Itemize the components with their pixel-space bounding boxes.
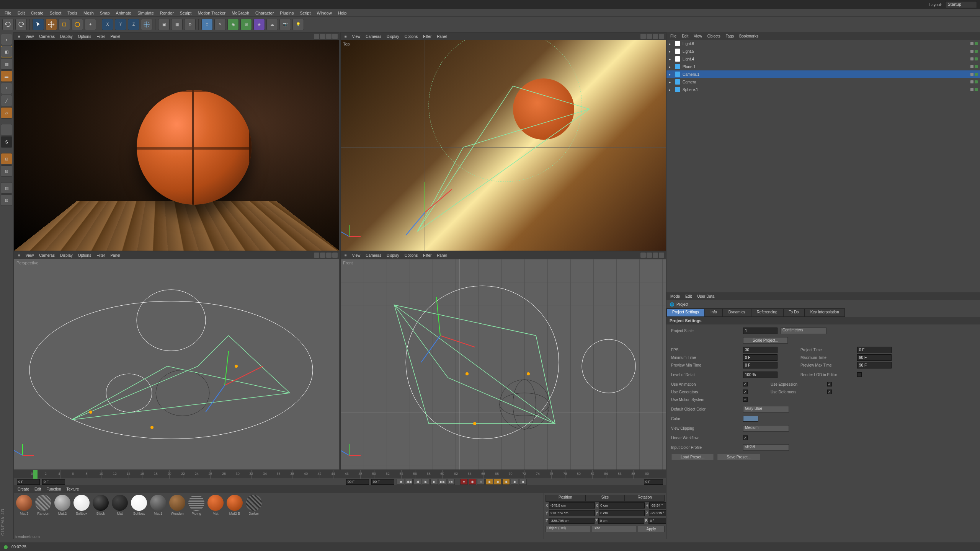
max-time-input[interactable]: [857, 354, 892, 361]
material-mat[interactable]: Mat: [111, 495, 129, 515]
vmenu-view[interactable]: View: [350, 34, 363, 39]
viewport-icon[interactable]: [653, 34, 658, 39]
vmenu-cameras[interactable]: Cameras: [37, 34, 57, 39]
viewport-icon[interactable]: [640, 34, 646, 39]
viewport-icon[interactable]: [332, 34, 338, 39]
viewport-grip-icon[interactable]: ≡: [16, 34, 23, 39]
next-key[interactable]: ▶▶: [439, 479, 446, 485]
material-randon[interactable]: Randon: [34, 495, 52, 515]
vmenu-display[interactable]: Display: [58, 34, 75, 39]
texture-mode[interactable]: ▦: [1, 58, 12, 70]
viewport-icon[interactable]: [640, 253, 646, 258]
viewport-icon[interactable]: [326, 253, 332, 258]
tab-project-settings[interactable]: Project Settings: [666, 308, 705, 317]
vmenu-panel[interactable]: Panel: [434, 253, 449, 258]
menu-edit[interactable]: Edit: [15, 10, 28, 16]
vmenu-options[interactable]: Options: [402, 34, 420, 39]
cube-primitive[interactable]: □: [201, 19, 213, 30]
snap-settings[interactable]: ⊟: [1, 165, 12, 177]
viewport-bl[interactable]: ≡ViewCamerasDisplayOptionsFilterPanel Pe…: [14, 251, 340, 470]
menu-animate[interactable]: Animate: [113, 10, 134, 16]
select-tool[interactable]: [33, 19, 44, 30]
move-tool[interactable]: [46, 19, 57, 30]
material-softbox[interactable]: Softbox: [73, 495, 90, 515]
vmenu-display[interactable]: Display: [384, 34, 402, 39]
viewport-icon[interactable]: [653, 253, 658, 258]
matmenu-function[interactable]: Function: [44, 486, 63, 492]
timeline-frame[interactable]: [644, 479, 663, 485]
coord-mode-1[interactable]: Object (Rel): [546, 526, 590, 532]
coord-apply[interactable]: Apply: [638, 526, 665, 532]
goto-end[interactable]: ⏭: [447, 479, 455, 485]
save-preset-btn[interactable]: Save Preset...: [717, 454, 760, 460]
attrmenu-edit[interactable]: Edit: [683, 293, 694, 299]
timeline-ruler[interactable]: 0246810121416182022242628303234363840424…: [14, 470, 666, 478]
material-mat2-b[interactable]: Mat2 B: [226, 495, 243, 515]
menu-help[interactable]: Help: [335, 10, 350, 16]
material-mat-2[interactable]: Mat.2: [54, 495, 71, 515]
load-preset-btn[interactable]: Load Preset...: [671, 454, 714, 460]
vmenu-filter[interactable]: Filter: [421, 34, 434, 39]
object-light-5[interactable]: ▸Light.5: [666, 47, 980, 55]
viewport-icon[interactable]: [326, 34, 332, 39]
menu-snap[interactable]: Snap: [97, 10, 113, 16]
min-time-input[interactable]: [743, 354, 777, 361]
undo-button[interactable]: [2, 19, 14, 30]
material-darker[interactable]: Darker: [245, 495, 263, 515]
menu-script[interactable]: Script: [297, 10, 314, 16]
vmenu-options[interactable]: Options: [402, 253, 420, 258]
object-camera-1[interactable]: ▸Camera.1: [666, 70, 980, 78]
keyframe-sel[interactable]: ◇: [477, 479, 485, 485]
clip-select[interactable]: Medium: [743, 425, 789, 432]
menu-simulate[interactable]: Simulate: [134, 10, 157, 16]
lin-wf-check[interactable]: [743, 435, 748, 440]
array-tool[interactable]: ⊞: [240, 19, 252, 30]
light-tool[interactable]: 💡: [292, 19, 304, 30]
viewport-icon[interactable]: [659, 253, 664, 258]
timeline-end[interactable]: [346, 479, 369, 485]
render-view-btn[interactable]: ▣: [158, 19, 170, 30]
fps-input[interactable]: [743, 347, 777, 353]
key-scale[interactable]: ◆: [494, 479, 501, 485]
vmenu-panel[interactable]: Panel: [108, 253, 122, 258]
render-settings-btn[interactable]: ⚙: [184, 19, 196, 30]
point-mode[interactable]: ⋮: [1, 83, 12, 94]
menu-mograph[interactable]: MoGraph: [229, 10, 252, 16]
viewport-icon[interactable]: [647, 34, 652, 39]
nurbs-tool[interactable]: ◉: [227, 19, 239, 30]
menu-render[interactable]: Render: [157, 10, 177, 16]
coord-system[interactable]: [141, 19, 152, 30]
vmenu-view[interactable]: View: [23, 253, 36, 258]
vmenu-filter[interactable]: Filter: [421, 253, 434, 258]
icp-select[interactable]: sRGB: [743, 444, 789, 451]
matmenu-texture[interactable]: Texture: [64, 486, 82, 492]
object-light-6[interactable]: ▸Light.6: [666, 40, 980, 47]
viewport-tl[interactable]: ≡ViewCamerasDisplayOptionsFilterPanel: [14, 32, 340, 251]
timeline-max[interactable]: [371, 479, 394, 485]
lod-input[interactable]: [743, 372, 777, 378]
objmenu-view[interactable]: View: [691, 33, 704, 39]
vmenu-filter[interactable]: Filter: [94, 253, 107, 258]
size-y[interactable]: [599, 510, 645, 516]
viewport-icon[interactable]: [314, 34, 319, 39]
material-piping[interactable]: Piping: [188, 495, 205, 515]
axis-y[interactable]: Y: [115, 19, 126, 30]
workplane-lock[interactable]: ⊡: [1, 194, 12, 206]
menu-create[interactable]: Create: [28, 10, 47, 16]
key-param[interactable]: ◆: [511, 479, 518, 485]
vmenu-display[interactable]: Display: [58, 253, 75, 258]
tab-info[interactable]: Info: [705, 308, 723, 317]
autokey[interactable]: ◉: [469, 479, 476, 485]
viewport-icon[interactable]: [320, 34, 325, 39]
objmenu-bookmarks[interactable]: Bookmarks: [737, 33, 761, 39]
vmenu-view[interactable]: View: [23, 34, 36, 39]
size-z[interactable]: [598, 518, 644, 524]
coord-mode-2[interactable]: Size: [592, 526, 637, 532]
menu-mesh[interactable]: Mesh: [80, 10, 97, 16]
viewport-grip-icon[interactable]: ≡: [342, 253, 349, 258]
timeline-current[interactable]: [42, 479, 65, 485]
attrmenu-mode[interactable]: Mode: [668, 293, 682, 299]
model-mode[interactable]: ◧: [1, 46, 12, 57]
vmenu-options[interactable]: Options: [76, 34, 93, 39]
axis-x[interactable]: X: [102, 19, 113, 30]
